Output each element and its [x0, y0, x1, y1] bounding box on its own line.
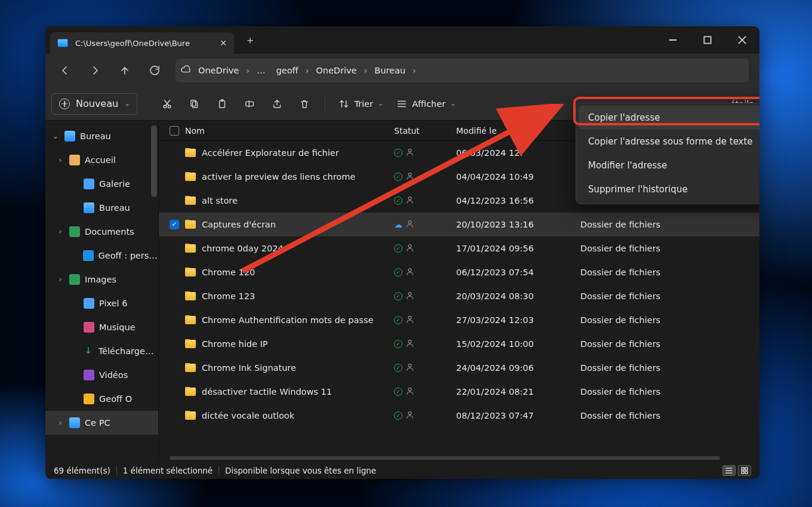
folder-icon: [185, 244, 196, 253]
sidebar-item-geoff-o[interactable]: Geoff O: [45, 387, 158, 411]
svg-point-14: [408, 293, 411, 296]
row-modified: 17/01/2024 09:56: [456, 244, 580, 253]
separator: [116, 466, 117, 475]
svg-point-12: [408, 245, 411, 248]
new-button[interactable]: Nouveau ⌄: [51, 93, 137, 115]
file-row[interactable]: désactiver tactile Windows 1122/01/2024 …: [159, 380, 759, 404]
videos-icon: [84, 370, 94, 380]
up-button[interactable]: [111, 59, 139, 82]
row-name: Chrome hide IP: [202, 339, 267, 349]
maximize-button[interactable]: [690, 26, 725, 54]
sidebar-item-vid-os[interactable]: Vidéos: [45, 363, 158, 387]
rename-button[interactable]: [238, 93, 262, 115]
paste-button[interactable]: [210, 93, 234, 115]
view-button[interactable]: Afficher ⌄: [392, 93, 460, 115]
share-button[interactable]: [265, 93, 289, 115]
breadcrumb-ellipsis[interactable]: …: [253, 66, 269, 75]
row-checkbox[interactable]: [170, 220, 179, 229]
sidebar-item-label: Ce PC: [85, 418, 110, 428]
chevron-right-icon[interactable]: ›: [413, 66, 416, 75]
window-tab[interactable]: C:\Users\geoff\OneDrive\Bure ✕: [50, 32, 234, 54]
close-tab-button[interactable]: ✕: [220, 38, 227, 48]
svg-point-16: [408, 340, 411, 343]
sort-button[interactable]: Trier ⌄: [334, 93, 388, 115]
folder-icon: [185, 220, 196, 229]
synced-status-icon: [394, 244, 402, 253]
breadcrumb-part[interactable]: geoff: [273, 66, 302, 75]
delete-button[interactable]: [293, 93, 316, 115]
cut-button[interactable]: [155, 93, 179, 115]
row-type: Dossier de fichiers: [580, 387, 688, 397]
sidebar-item-documents[interactable]: ›Documents: [45, 220, 158, 244]
svg-rect-5: [220, 100, 225, 107]
forward-button[interactable]: [81, 59, 109, 82]
back-button[interactable]: [51, 59, 79, 82]
svg-point-9: [408, 173, 411, 176]
new-tab-button[interactable]: ＋: [245, 33, 256, 47]
copy-button[interactable]: [183, 93, 207, 115]
context-item-copy-address-text[interactable]: Copier l'adresse sous forme de texte: [579, 130, 759, 153]
shared-icon: [406, 172, 414, 182]
column-status[interactable]: Statut: [394, 126, 456, 136]
folder-icon: [185, 364, 196, 372]
sidebar-item-musique[interactable]: Musique: [45, 315, 158, 339]
svg-point-18: [408, 388, 411, 391]
sidebar: ⌄Bureau›AccueilGalerieBureau›DocumentsGe…: [45, 121, 159, 462]
context-item-copy-address[interactable]: Copier l'adresse: [579, 106, 759, 130]
column-modified[interactable]: Modifié le: [456, 126, 580, 136]
cloud-icon: [180, 64, 191, 77]
folder-icon: [185, 268, 196, 276]
window-controls: [656, 26, 759, 54]
onedrive-icon: [83, 250, 94, 261]
file-row[interactable]: Captures d'écran☁20/10/2023 13:16Dossier…: [159, 213, 759, 236]
file-row[interactable]: Chrome 12320/03/2024 08:30Dossier de fic…: [159, 284, 759, 308]
sidebar-item-pixel-6[interactable]: Pixel 6: [45, 291, 158, 315]
folder-icon: [185, 196, 196, 205]
sidebar-item-bureau[interactable]: Bureau: [45, 196, 158, 220]
details-view-button[interactable]: [722, 465, 736, 476]
row-modified: 20/10/2023 13:16: [456, 220, 580, 229]
status-selection: 1 élément sélectionné: [123, 466, 213, 475]
chevron-down-icon: ⌄: [450, 100, 456, 107]
context-item-delete-history[interactable]: Supprimer l'historique: [579, 177, 759, 201]
row-name: dictée vocale outlook: [202, 411, 294, 420]
address-bar[interactable]: OneDrive › … geoff › OneDrive › Bureau ›: [176, 59, 749, 82]
minimize-button[interactable]: [656, 26, 690, 54]
context-item-edit-address[interactable]: Modifier l'adresse: [579, 153, 759, 177]
file-row[interactable]: chrome 0day 202417/01/2024 09:56Dossier …: [159, 236, 759, 260]
breadcrumb-part[interactable]: OneDrive: [312, 66, 360, 75]
breadcrumb-part[interactable]: Bureau: [371, 66, 409, 75]
row-name: désactiver tactile Windows 11: [202, 387, 332, 397]
status-availability: Disponible lorsque vous êtes en ligne: [225, 466, 376, 475]
sidebar-item-accueil[interactable]: ›Accueil: [45, 148, 158, 172]
sidebar-item-label: Geoff O: [99, 394, 132, 404]
row-modified: 27/03/2024 12:03: [456, 315, 580, 325]
sidebar-item-galerie[interactable]: Galerie: [45, 172, 158, 196]
sidebar-item-images[interactable]: ›Images: [45, 268, 158, 291]
sidebar-scrollbar[interactable]: [151, 125, 157, 197]
file-row[interactable]: Chrome 12006/12/2023 07:54Dossier de fic…: [159, 260, 759, 284]
desktop-icon: [84, 202, 94, 213]
folder-icon: [84, 394, 94, 404]
cloud-status-icon: ☁: [394, 220, 402, 229]
sidebar-item-geoff-personn[interactable]: Geoff : personn: [45, 244, 158, 268]
horizontal-scrollbar[interactable]: [170, 454, 749, 462]
file-row[interactable]: Chrome Ink Signature24/04/2024 09:06Doss…: [159, 356, 759, 380]
file-row[interactable]: dictée vocale outlook08/12/2023 07:47Dos…: [159, 404, 759, 428]
shared-icon: [406, 268, 414, 277]
file-row[interactable]: Chrome Authentification mots de passe27/…: [159, 308, 759, 332]
row-type: Dossier de fichiers: [580, 411, 688, 420]
sidebar-item-ce-pc[interactable]: ›Ce PC: [45, 411, 158, 435]
sidebar-item-label: Musique: [99, 322, 136, 332]
file-row[interactable]: Chrome hide IP15/02/2024 10:00Dossier de…: [159, 332, 759, 356]
column-name[interactable]: Nom: [185, 126, 394, 136]
chevron-right-icon: ›: [56, 228, 64, 236]
synced-status-icon: [394, 196, 402, 205]
close-window-button[interactable]: [725, 26, 759, 54]
icons-view-button[interactable]: [738, 465, 751, 476]
breadcrumb-root[interactable]: OneDrive: [195, 66, 242, 75]
select-all-checkbox[interactable]: [170, 126, 179, 136]
refresh-button[interactable]: [141, 59, 168, 82]
sidebar-item-bureau[interactable]: ⌄Bureau: [45, 124, 158, 148]
sidebar-item-t-l-chargemen[interactable]: ↓Téléchargemen: [45, 339, 158, 363]
